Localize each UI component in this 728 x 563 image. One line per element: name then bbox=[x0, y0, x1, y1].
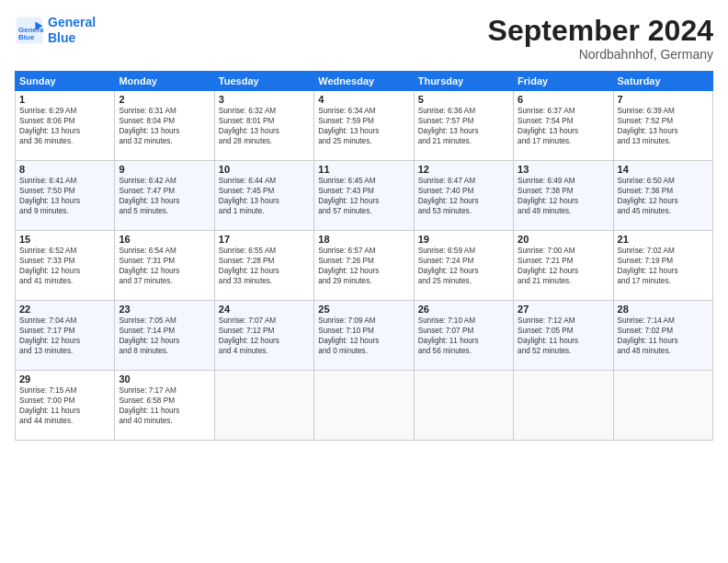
cell-detail: Sunset: 7:10 PM bbox=[318, 326, 409, 336]
calendar-cell: 28Sunrise: 7:14 AMSunset: 7:02 PMDayligh… bbox=[613, 301, 712, 371]
cell-detail: and 17 minutes. bbox=[618, 276, 709, 286]
day-number: 29 bbox=[19, 373, 110, 385]
cell-detail: Sunset: 7:33 PM bbox=[19, 256, 110, 266]
weekday-header-thursday: Thursday bbox=[414, 72, 513, 91]
day-number: 8 bbox=[19, 164, 110, 175]
cell-detail: Sunrise: 6:39 AM bbox=[618, 106, 709, 116]
cell-detail: Daylight: 11 hours bbox=[618, 336, 709, 346]
cell-detail: Sunrise: 7:00 AM bbox=[518, 246, 609, 256]
cell-detail: Sunrise: 7:07 AM bbox=[219, 316, 310, 326]
cell-detail: Sunset: 7:36 PM bbox=[618, 186, 709, 196]
calendar-cell: 10Sunrise: 6:44 AMSunset: 7:45 PMDayligh… bbox=[214, 161, 313, 231]
cell-detail: Sunset: 7:26 PM bbox=[318, 256, 409, 266]
calendar-cell: 29Sunrise: 7:15 AMSunset: 7:00 PMDayligh… bbox=[16, 371, 115, 441]
cell-detail: Daylight: 12 hours bbox=[318, 266, 409, 276]
day-number: 16 bbox=[119, 234, 210, 245]
cell-detail: Daylight: 13 hours bbox=[219, 196, 310, 206]
cell-detail: Sunset: 7:38 PM bbox=[518, 186, 609, 196]
calendar-cell: 19Sunrise: 6:59 AMSunset: 7:24 PMDayligh… bbox=[414, 231, 513, 301]
cell-detail: Sunrise: 6:32 AM bbox=[219, 106, 310, 116]
cell-detail: Daylight: 12 hours bbox=[418, 196, 509, 206]
cell-detail: Daylight: 12 hours bbox=[618, 196, 709, 206]
cell-detail: Sunset: 7:40 PM bbox=[418, 186, 509, 196]
calendar-cell: 20Sunrise: 7:00 AMSunset: 7:21 PMDayligh… bbox=[514, 231, 613, 301]
cell-detail: Sunset: 8:01 PM bbox=[219, 116, 310, 126]
cell-detail: Daylight: 12 hours bbox=[418, 266, 509, 276]
logo-icon: General Blue bbox=[15, 16, 44, 45]
cell-detail: and 33 minutes. bbox=[219, 276, 310, 286]
calendar-cell: 17Sunrise: 6:55 AMSunset: 7:28 PMDayligh… bbox=[214, 231, 313, 301]
cell-detail: Sunset: 7:21 PM bbox=[518, 256, 609, 266]
cell-detail: Daylight: 13 hours bbox=[318, 126, 409, 136]
cell-detail: Daylight: 12 hours bbox=[19, 336, 110, 346]
calendar-cell bbox=[314, 371, 414, 441]
cell-detail: Sunset: 7:24 PM bbox=[418, 256, 509, 266]
cell-detail: and 4 minutes. bbox=[219, 346, 310, 356]
weekday-header-tuesday: Tuesday bbox=[214, 72, 313, 91]
cell-detail: and 5 minutes. bbox=[119, 206, 210, 216]
cell-detail: Sunset: 7:50 PM bbox=[19, 186, 110, 196]
cell-detail: and 41 minutes. bbox=[19, 276, 110, 286]
cell-detail: Sunset: 7:45 PM bbox=[219, 186, 310, 196]
day-number: 21 bbox=[618, 234, 709, 245]
calendar-cell: 25Sunrise: 7:09 AMSunset: 7:10 PMDayligh… bbox=[314, 301, 414, 371]
cell-detail: Sunrise: 6:42 AM bbox=[119, 176, 210, 186]
cell-detail: Sunrise: 6:50 AM bbox=[618, 176, 709, 186]
weekday-header-sunday: Sunday bbox=[16, 72, 115, 91]
cell-detail: Daylight: 12 hours bbox=[318, 196, 409, 206]
cell-detail: and 37 minutes. bbox=[119, 276, 210, 286]
calendar-cell: 11Sunrise: 6:45 AMSunset: 7:43 PMDayligh… bbox=[314, 161, 414, 231]
cell-detail: Daylight: 11 hours bbox=[418, 336, 509, 346]
cell-detail: Sunset: 8:06 PM bbox=[19, 116, 110, 126]
calendar-cell: 27Sunrise: 7:12 AMSunset: 7:05 PMDayligh… bbox=[514, 301, 613, 371]
cell-detail: Daylight: 12 hours bbox=[119, 266, 210, 276]
calendar-cell bbox=[414, 371, 513, 441]
cell-detail: and 32 minutes. bbox=[119, 136, 210, 146]
cell-detail: Daylight: 12 hours bbox=[518, 196, 609, 206]
cell-detail: and 52 minutes. bbox=[518, 346, 609, 356]
day-number: 9 bbox=[119, 164, 210, 175]
calendar-cell: 23Sunrise: 7:05 AMSunset: 7:14 PMDayligh… bbox=[115, 301, 214, 371]
day-number: 19 bbox=[418, 234, 509, 245]
calendar-cell: 4Sunrise: 6:34 AMSunset: 7:59 PMDaylight… bbox=[314, 91, 414, 161]
cell-detail: Daylight: 12 hours bbox=[19, 266, 110, 276]
day-number: 12 bbox=[418, 164, 509, 175]
calendar-cell: 7Sunrise: 6:39 AMSunset: 7:52 PMDaylight… bbox=[613, 91, 712, 161]
cell-detail: and 1 minute. bbox=[219, 206, 310, 216]
cell-detail: Sunrise: 6:59 AM bbox=[418, 246, 509, 256]
day-number: 2 bbox=[119, 94, 210, 105]
calendar-week-4: 29Sunrise: 7:15 AMSunset: 7:00 PMDayligh… bbox=[16, 371, 713, 441]
cell-detail: and 57 minutes. bbox=[318, 206, 409, 216]
cell-detail: and 8 minutes. bbox=[119, 346, 210, 356]
cell-detail: Sunset: 7:47 PM bbox=[119, 186, 210, 196]
day-number: 25 bbox=[318, 304, 409, 315]
page-header: General Blue General Blue September 2024… bbox=[15, 15, 713, 62]
calendar-cell: 13Sunrise: 6:49 AMSunset: 7:38 PMDayligh… bbox=[514, 161, 613, 231]
location-label: Nordbahnhof, Germany bbox=[488, 47, 713, 62]
cell-detail: and 36 minutes. bbox=[19, 136, 110, 146]
cell-detail: and 0 minutes. bbox=[318, 346, 409, 356]
cell-detail: and 40 minutes. bbox=[119, 416, 210, 426]
cell-detail: and 29 minutes. bbox=[318, 276, 409, 286]
calendar-cell: 6Sunrise: 6:37 AMSunset: 7:54 PMDaylight… bbox=[514, 91, 613, 161]
cell-detail: Sunrise: 7:02 AM bbox=[618, 246, 709, 256]
day-number: 27 bbox=[518, 304, 609, 315]
cell-detail: Sunset: 7:12 PM bbox=[219, 326, 310, 336]
cell-detail: Sunset: 7:05 PM bbox=[518, 326, 609, 336]
cell-detail: Daylight: 13 hours bbox=[219, 126, 310, 136]
day-number: 5 bbox=[418, 94, 509, 105]
cell-detail: and 13 minutes. bbox=[19, 346, 110, 356]
weekday-header-row: SundayMondayTuesdayWednesdayThursdayFrid… bbox=[16, 72, 713, 91]
cell-detail: Daylight: 13 hours bbox=[618, 126, 709, 136]
cell-detail: and 44 minutes. bbox=[19, 416, 110, 426]
day-number: 28 bbox=[618, 304, 709, 315]
cell-detail: Sunrise: 6:31 AM bbox=[119, 106, 210, 116]
weekday-header-monday: Monday bbox=[115, 72, 214, 91]
calendar-cell: 12Sunrise: 6:47 AMSunset: 7:40 PMDayligh… bbox=[414, 161, 513, 231]
cell-detail: Sunrise: 7:17 AM bbox=[119, 385, 210, 396]
cell-detail: Daylight: 12 hours bbox=[318, 336, 409, 346]
cell-detail: Sunset: 7:19 PM bbox=[618, 256, 709, 266]
cell-detail: Sunset: 7:02 PM bbox=[618, 326, 709, 336]
day-number: 6 bbox=[518, 94, 609, 105]
day-number: 23 bbox=[119, 304, 210, 315]
